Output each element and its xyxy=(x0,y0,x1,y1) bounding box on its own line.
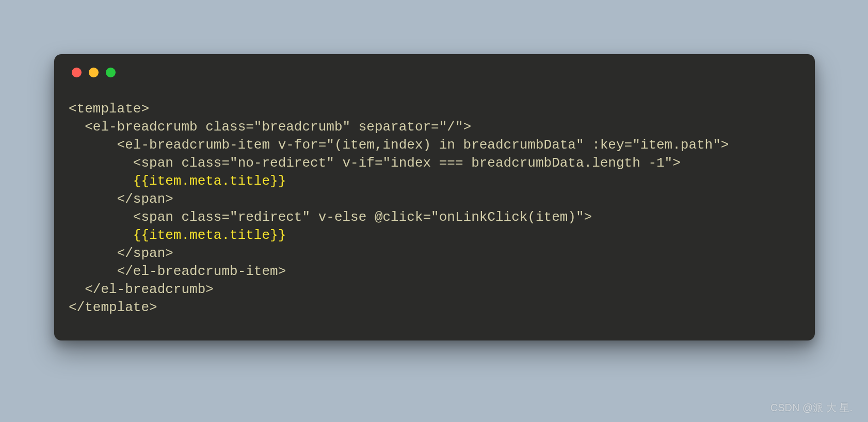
code-line: </el-breadcrumb> xyxy=(69,282,214,297)
code-line-highlight: {{item.meta.title}} xyxy=(69,173,286,189)
window-zoom-icon xyxy=(106,68,116,77)
window-traffic-lights xyxy=(72,68,800,77)
window-close-icon xyxy=(72,68,82,77)
code-line: <span class="no-redirect" v-if="index ==… xyxy=(69,155,681,171)
code-line: </el-breadcrumb-item> xyxy=(69,264,286,279)
code-line-highlight: {{item.meta.title}} xyxy=(69,228,286,243)
code-line: <el-breadcrumb class="breadcrumb" separa… xyxy=(69,119,471,135)
code-line: <template> xyxy=(69,101,149,117)
code-window: <template> <el-breadcrumb class="breadcr… xyxy=(54,54,815,340)
code-line: <span class="redirect" v-else @click="on… xyxy=(69,209,592,225)
code-line: </span> xyxy=(69,191,173,207)
code-line: </span> xyxy=(69,246,173,261)
watermark-text: CSDN @派 大 星. xyxy=(770,401,853,415)
code-line: </template> xyxy=(69,300,157,315)
code-block: <template> <el-breadcrumb class="breadcr… xyxy=(69,100,800,317)
window-minimize-icon xyxy=(89,68,99,77)
code-line: <el-breadcrumb-item v-for="(item,index) … xyxy=(69,137,729,153)
